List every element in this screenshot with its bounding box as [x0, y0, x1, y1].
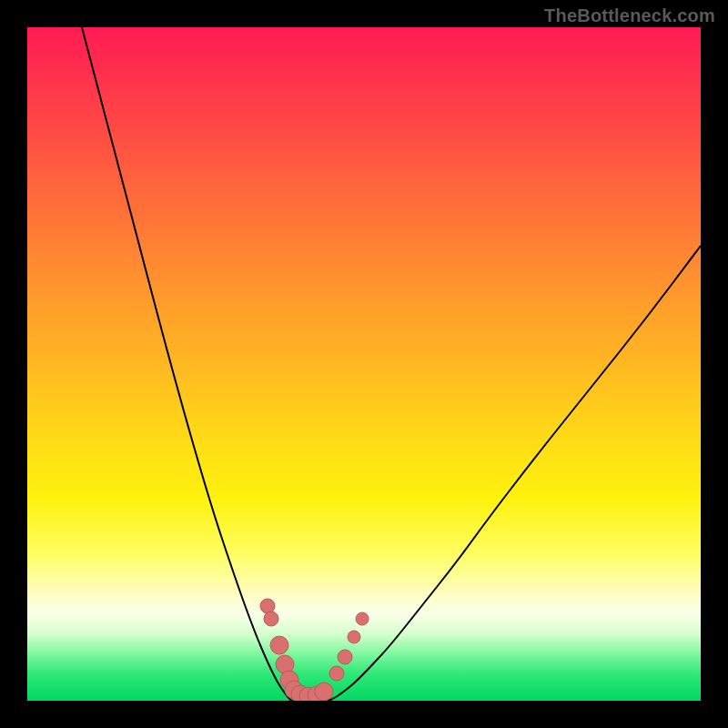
chart-overlay	[27, 27, 701, 701]
marker-dot	[264, 612, 278, 626]
marker-dot	[338, 650, 352, 664]
marker-dot	[348, 631, 360, 643]
curve-left-branch	[82, 27, 291, 701]
marker-dot	[356, 612, 369, 625]
curve-right-branch	[328, 246, 701, 701]
watermark-text: TheBottleneck.com	[544, 5, 715, 26]
marker-dot	[329, 666, 344, 681]
marker-dot	[260, 599, 275, 613]
marker-dot	[315, 682, 333, 701]
marker-dot	[270, 636, 288, 654]
